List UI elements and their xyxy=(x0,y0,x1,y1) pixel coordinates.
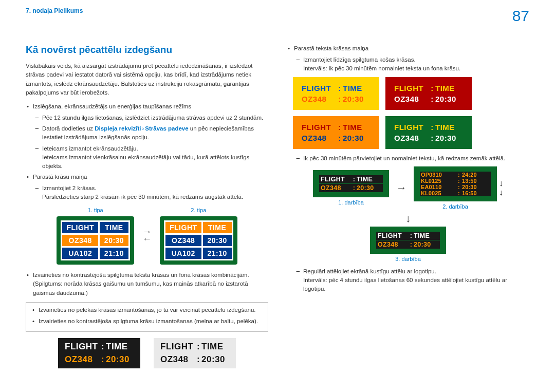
board-type1: FLIGHTTIME OZ34820:30 UA10221:10 xyxy=(57,216,134,265)
panel-light: FLIGHT:TIME OZ348:20:30 xyxy=(154,338,236,368)
panel-red: FLIGHT:TIME OZ348:20:30 xyxy=(385,77,472,110)
header: 7. nodaļa Pielikums 87 xyxy=(26,7,529,25)
right-column: Parastā teksta krāsas maiņa Izmantojiet … xyxy=(287,44,529,368)
step-flow-row: FLIGHT:TIME OZ348:20:30 1. darbība → OP0… xyxy=(287,166,529,210)
type2-label: 2. tipa xyxy=(191,207,206,213)
kw-power: Strāvas padeve xyxy=(145,125,188,132)
dash-logo: Regulāri attēlojiet ekrānā kustīgu attēl… xyxy=(296,267,529,294)
dash-display-props: Datorā dodieties uz Displeja rekvizīti›S… xyxy=(35,124,268,142)
page-number: 87 xyxy=(512,7,529,25)
panel-orange: FLIGHT:TIME OZ348:20:30 xyxy=(293,116,379,149)
bullet-contrast: Izvairieties no kontrastējoša spilgtuma … xyxy=(26,271,268,298)
dash-similar-brightness: Izmantojiet līdzīga spilgtuma košas krās… xyxy=(296,55,529,73)
step2-label: 2. darbība xyxy=(442,203,468,210)
dash-12h: Pēc 12 stundu ilgas lietošanas, izslēdzi… xyxy=(35,114,268,122)
type1-label: 1. tipa xyxy=(88,207,103,213)
breadcrumb: 7. nodaļa Pielikums xyxy=(26,7,83,14)
board-step2: OP0310:24:20 KL0125:13:50 EA0110:20:30 K… xyxy=(414,166,497,201)
arrow-right-icon: → xyxy=(396,182,406,194)
bullet-text-color: Parastā teksta krāsas maiņa xyxy=(287,44,529,53)
scroll-arrows-icon: ↓↓ xyxy=(499,180,503,196)
color-panels-grid: FLIGHT:TIME OZ348:20:30 FLIGHT:TIME OZ34… xyxy=(293,77,529,149)
note-box: Izvairieties no pelēkās krāsas izmantoša… xyxy=(26,302,268,332)
contrast-panels: FLIGHT:TIME OZ348:20:30 FLIGHT:TIME OZ34… xyxy=(26,338,268,368)
board-step3: FLIGHT:TIME OZ348:20:30 xyxy=(370,227,446,254)
kw-display: Displeja rekvizīti xyxy=(95,125,141,132)
intro-paragraph: Vislabākais veids, kā aizsargāt izstrādā… xyxy=(26,62,268,97)
panel-yellow-blue: FLIGHT:TIME OZ348:20:30 xyxy=(293,77,379,110)
dash-move-text: Ik pēc 30 minūtēm pārvietojiet un nomain… xyxy=(296,154,529,163)
left-column: Kā novērst pēcattēlu izdegšanu Vislabāka… xyxy=(26,44,268,368)
note-contrast: Izvairieties no kontrastējoša spilgtuma … xyxy=(31,317,263,326)
panel-dark: FLIGHT:TIME OZ348:20:30 xyxy=(58,338,140,368)
arrow-down-icon: ↓ xyxy=(287,213,529,225)
board-step1: FLIGHT:TIME OZ348:20:30 xyxy=(313,170,389,197)
swap-arrows-icon: →← xyxy=(142,229,152,242)
bullet-color-change: Parastā krāsu maiņa xyxy=(26,173,268,182)
bullet-power-saver: Izslēgšana, ekrānsaudzētājs un enerģijas… xyxy=(26,102,268,111)
step1-label: 1. darbība xyxy=(338,199,364,206)
panel-green: FLIGHT:TIME OZ348:20:30 xyxy=(385,116,472,149)
board-type2: FLIGHTTIME OZ34820:30 UA10221:10 xyxy=(160,216,237,265)
kw-separator: › xyxy=(142,125,144,132)
note-grey: Izvairieties no pelēkās krāsas izmantoša… xyxy=(31,306,263,315)
dash-2colors: Izmantojiet 2 krāsas. Pārslēdzieties sta… xyxy=(35,184,268,202)
page-title: Kā novērst pēcattēlu izdegšanu xyxy=(26,44,268,55)
dash-screensaver: Ieteicams izmantot ekrānsaudzētāju. Iete… xyxy=(35,144,268,171)
type-boards-row: 1. tipa FLIGHTTIME OZ34820:30 UA10221:10… xyxy=(26,207,268,265)
step3-label: 3. darbība xyxy=(395,256,421,262)
